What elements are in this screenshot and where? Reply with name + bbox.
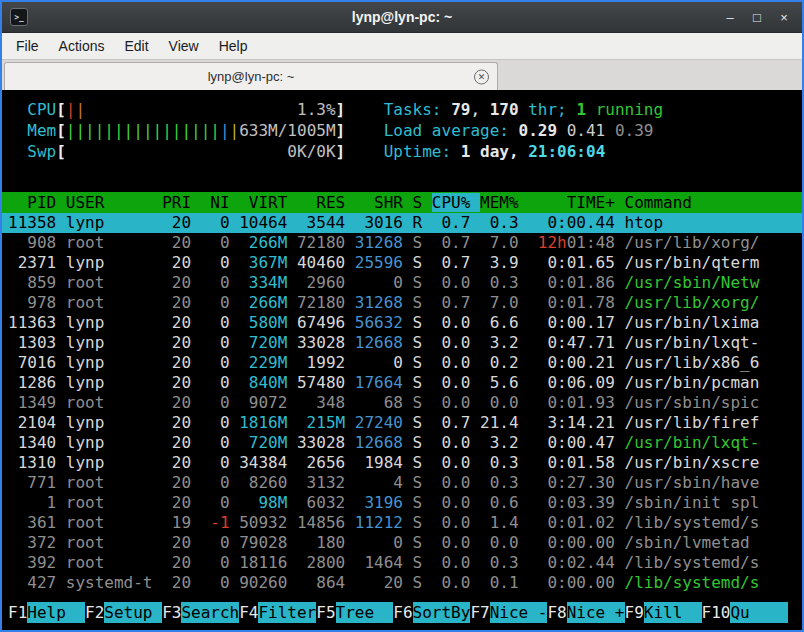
process-row-2371[interactable]: 2371 lynp 20 0 367M 40460 25596 S 0.7 3.… — [2, 253, 802, 273]
cell-ni: 0 — [201, 353, 240, 372]
tab-close-icon[interactable]: ✕ — [474, 69, 489, 84]
process-row-392[interactable]: 392 root 20 0 18116 2800 1464 S 0.0 0.3 … — [2, 553, 802, 573]
cell-pri: 20 — [162, 433, 201, 452]
tab-terminal[interactable]: lynp@lyn-pc: ~✕ — [4, 62, 498, 90]
cell-s: S — [413, 293, 432, 312]
cell-virt: 8260 — [239, 473, 297, 492]
process-row-11363[interactable]: 11363 lynp 20 0 580M 67496 56632 S 0.0 6… — [2, 313, 802, 333]
cell-cpu: 0.7 — [432, 233, 480, 252]
cell-user: root — [66, 273, 162, 292]
cell-pid: 427 — [8, 573, 66, 592]
col-header-pid[interactable]: PID — [8, 193, 66, 212]
fnkey-f5[interactable]: F5Tree — [316, 602, 393, 623]
close-icon[interactable]: × — [774, 7, 794, 27]
cell-pid: 859 — [8, 273, 66, 292]
col-header-command[interactable]: Command — [625, 193, 692, 212]
cell-time: 0:00.00 — [528, 573, 624, 592]
cell-shr: 1464 — [355, 553, 413, 572]
col-header-virt[interactable]: VIRT — [239, 193, 297, 212]
fnkey-f2[interactable]: F2Setup — [85, 602, 162, 623]
process-row-1303[interactable]: 1303 lynp 20 0 720M 33028 12668 S 0.0 3.… — [2, 333, 802, 353]
process-row-771[interactable]: 771 root 20 0 8260 3132 4 S 0.0 0.3 0:27… — [2, 473, 802, 493]
cell-s: S — [413, 253, 432, 272]
cell-virt: 266M — [239, 293, 297, 312]
cell-user: root — [66, 493, 162, 512]
col-header-user[interactable]: USER — [66, 193, 162, 212]
cell-cmd: /usr/lib/xorg/ — [625, 293, 760, 312]
menu-item-file[interactable]: File — [6, 33, 49, 59]
cell-pid: 361 — [8, 513, 66, 532]
col-header-pri[interactable]: PRI — [162, 193, 201, 212]
menu-item-actions[interactable]: Actions — [49, 33, 115, 59]
cell-cpu: 0.0 — [432, 433, 480, 452]
cell-shr: 17664 — [355, 373, 413, 392]
cell-time: 0:00.21 — [528, 353, 624, 372]
process-row-1286[interactable]: 1286 lynp 20 0 840M 57480 17664 S 0.0 5.… — [2, 373, 802, 393]
mem-bracket-open: [ — [56, 121, 66, 140]
fnkey-f3[interactable]: F3Search — [162, 602, 239, 623]
cpu-bar-segment: | — [66, 100, 76, 119]
cell-pri: 20 — [162, 253, 201, 272]
cell-cpu: 0.0 — [432, 393, 480, 412]
fnkey-f1[interactable]: F1Help — [8, 602, 85, 623]
process-row-11358[interactable]: 11358 lynp 20 0 10464 3544 3016 R 0.7 0.… — [2, 213, 802, 233]
cell-cmd: /usr/sbin/Netw — [625, 273, 760, 292]
menu-item-view[interactable]: View — [159, 33, 209, 59]
tabbar: lynp@lyn-pc: ~✕ — [2, 60, 802, 90]
menu-item-help[interactable]: Help — [209, 33, 258, 59]
cell-time: 0:01.65 — [528, 253, 624, 272]
titlebar: >_lynp@lyn-pc: ~–□× — [2, 2, 802, 33]
process-row-427[interactable]: 427 systemd-t 20 0 90260 864 20 S 0.0 0.… — [2, 573, 802, 593]
col-header-res[interactable]: RES — [297, 193, 355, 212]
col-header-cpu[interactable]: CPU% — [432, 193, 480, 212]
cell-mem: 0.0 — [480, 393, 528, 412]
process-row-361[interactable]: 361 root 19 -1 50932 14856 11212 S 0.0 1… — [2, 513, 802, 533]
cpu-meter-bar: ||1.3% — [66, 99, 336, 120]
fn-action-label: Nice - — [490, 602, 548, 623]
cell-user: root — [66, 533, 162, 552]
col-header-shr[interactable]: SHR — [355, 193, 413, 212]
cell-s: S — [413, 533, 432, 552]
col-header-s[interactable]: S — [413, 193, 432, 212]
menu-item-edit[interactable]: Edit — [114, 33, 158, 59]
cell-cpu: 0.0 — [432, 313, 480, 332]
cell-cpu: 0.0 — [432, 453, 480, 472]
process-row-859[interactable]: 859 root 20 0 334M 2960 0 S 0.0 0.3 0:01… — [2, 273, 802, 293]
process-row-1310[interactable]: 1310 lynp 20 0 34384 2656 1984 S 0.0 0.3… — [2, 453, 802, 473]
maximize-icon[interactable]: □ — [747, 7, 767, 27]
process-row-1349[interactable]: 1349 root 20 0 9072 348 68 S 0.0 0.0 0:0… — [2, 393, 802, 413]
process-row-2104[interactable]: 2104 lynp 20 0 1816M 215M 27240 S 0.7 21… — [2, 413, 802, 433]
process-row-1340[interactable]: 1340 lynp 20 0 720M 33028 12668 S 0.0 3.… — [2, 433, 802, 453]
process-row-978[interactable]: 978 root 20 0 266M 72180 31268 S 0.7 7.0… — [2, 293, 802, 313]
fn-action-label: Nice + — [567, 602, 625, 623]
process-row-7016[interactable]: 7016 lynp 20 0 229M 1992 0 S 0.0 0.2 0:0… — [2, 353, 802, 373]
process-row-908[interactable]: 908 root 20 0 266M 72180 31268 S 0.7 7.0… — [2, 233, 802, 253]
process-row-372[interactable]: 372 root 20 0 79028 180 0 S 0.0 0.0 0:00… — [2, 533, 802, 553]
cell-virt: 1816M — [239, 413, 297, 432]
fn-action-label: Kill — [644, 602, 702, 623]
col-header-mem[interactable]: MEM% — [480, 193, 528, 212]
cell-user: root — [66, 513, 162, 532]
fnkey-f4[interactable]: F4Filter — [239, 602, 316, 623]
cell-time: 0:01.78 — [528, 293, 624, 312]
process-row-1[interactable]: 1 root 20 0 98M 6032 3196 S 0.0 0.6 0:03… — [2, 493, 802, 513]
fn-key-label: F3 — [162, 602, 181, 623]
fnkey-f7[interactable]: F7Nice - — [470, 602, 547, 623]
fnkey-f10[interactable]: F10Qu — [702, 602, 789, 623]
cell-virt: 720M — [239, 433, 297, 452]
load-label: Load average: — [384, 121, 519, 140]
col-header-time[interactable]: TIME+ — [528, 193, 624, 212]
cell-time: 0:47.71 — [528, 333, 624, 352]
cell-time: 0:02.44 — [528, 553, 624, 572]
cell-res: 72180 — [297, 293, 355, 312]
cell-ni: 0 — [201, 213, 240, 232]
cell-mem: 3.2 — [480, 433, 528, 452]
col-header-ni[interactable]: NI — [201, 193, 240, 212]
cell-cpu: 0.0 — [432, 493, 480, 512]
fnkey-f8[interactable]: F8Nice + — [547, 602, 624, 623]
cell-ni: 0 — [201, 453, 240, 472]
fnkey-f9[interactable]: F9Kill — [625, 602, 702, 623]
cell-res: 2800 — [297, 553, 355, 572]
minimize-icon[interactable]: – — [720, 7, 740, 27]
fnkey-f6[interactable]: F6SortBy — [393, 602, 470, 623]
